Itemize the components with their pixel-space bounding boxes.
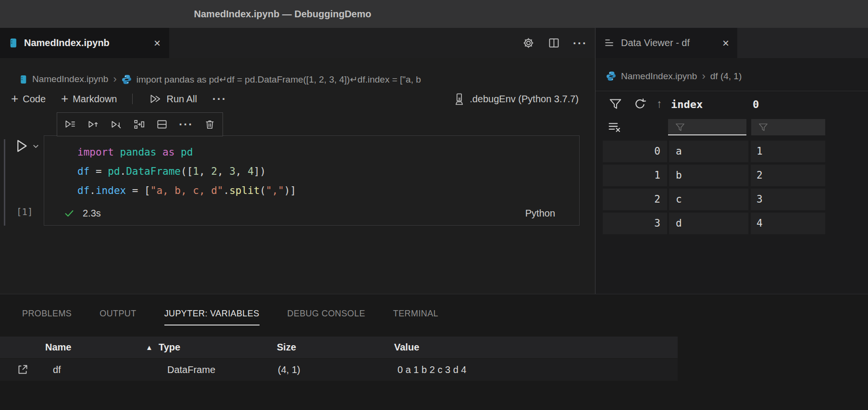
column-header-0[interactable]: 0 <box>753 91 759 118</box>
header-type[interactable]: Type <box>159 337 180 358</box>
chevron-right-icon: › <box>702 70 705 83</box>
filter-input-index[interactable] <box>668 119 746 135</box>
cell-value[interactable]: 2 <box>751 165 825 186</box>
delete-cell-icon[interactable] <box>204 119 216 131</box>
editor-more-icon[interactable]: ··· <box>573 37 587 49</box>
variable-size: (4, 1) <box>278 359 300 381</box>
kernel-picker[interactable]: .debugEnv (Python 3.7.7) <box>454 93 579 105</box>
code-line[interactable]: import pandas as pd <box>77 143 296 162</box>
notebook-toolbar: + Code + Markdown Run All ··· .debugEnv … <box>0 87 595 110</box>
python-icon <box>606 71 616 81</box>
cell-index[interactable]: d <box>669 213 748 234</box>
add-code-button[interactable]: + Code <box>11 93 46 105</box>
title-bar: NamedIndex.ipynb — DebuggingDemo <box>0 0 868 28</box>
cell-status-bar: 2.3s Python <box>44 201 579 225</box>
data-viewer-breadcrumb: NamedIndex.ipynb › df (4, 1) <box>595 61 868 91</box>
tab-label: Data Viewer - df <box>621 37 690 48</box>
cell-index[interactable]: c <box>669 189 748 210</box>
sort-triangle-icon: ▲ <box>146 337 153 358</box>
vscode-window: NamedIndex.ipynb — DebuggingDemo NamedIn… <box>0 0 868 410</box>
chevron-down-icon[interactable] <box>32 142 40 150</box>
tab-namedindex[interactable]: NamedIndex.ipynb × <box>0 28 169 58</box>
clear-filters-icon[interactable] <box>608 121 622 134</box>
row-header[interactable]: 3 <box>603 213 667 234</box>
variable-type: DataFrame <box>167 359 215 381</box>
cell-more-icon[interactable]: ··· <box>179 119 193 130</box>
plus-icon: + <box>11 92 18 105</box>
tab-jupyter-variables[interactable]: JUPYTER: VARIABLES <box>164 309 260 326</box>
header-value[interactable]: Value <box>394 337 419 358</box>
variable-row[interactable]: df DataFrame (4, 1) 0 a 1 b 2 c 3 d 4 <box>0 359 678 381</box>
breadcrumb-file[interactable]: NamedIndex.ipynb <box>621 71 697 82</box>
add-code-label: Code <box>23 94 46 105</box>
vm-kernel-icon <box>454 93 465 105</box>
filter-funnel-icon[interactable] <box>608 97 622 110</box>
play-icon <box>12 137 30 155</box>
cell-index[interactable]: b <box>669 165 748 186</box>
run-above-icon[interactable] <box>87 118 99 131</box>
tab-debug-console[interactable]: DEBUG CONSOLE <box>287 309 365 326</box>
row-header[interactable]: 0 <box>603 141 667 162</box>
header-name[interactable]: Name <box>45 337 71 358</box>
row-header[interactable]: 2 <box>603 189 667 210</box>
cell-focus-bar <box>4 139 5 226</box>
run-section-icon[interactable] <box>133 118 145 131</box>
filter-input-0[interactable] <box>751 119 825 135</box>
cell-value[interactable]: 1 <box>751 141 825 162</box>
run-all-label: Run All <box>166 94 197 105</box>
success-check-icon <box>63 207 75 219</box>
kernel-label: .debugEnv (Python 3.7.7) <box>470 94 579 105</box>
variable-name: df <box>53 359 61 381</box>
header-size[interactable]: Size <box>277 337 296 358</box>
tab-problems[interactable]: PROBLEMS <box>22 309 72 326</box>
variable-value: 0 a 1 b 2 c 3 d 4 <box>397 359 466 381</box>
tab-output[interactable]: OUTPUT <box>99 309 136 326</box>
window-title: NamedIndex.ipynb — DebuggingDemo <box>194 0 372 28</box>
breadcrumb-cell-preview[interactable]: import pandas as pd↵df = pd.DataFrame([1… <box>136 74 421 85</box>
row-header[interactable]: 1 <box>603 165 667 186</box>
split-editor-icon[interactable] <box>547 36 560 49</box>
tab-close-icon[interactable]: × <box>722 37 729 49</box>
breadcrumb-detail: df (4, 1) <box>710 71 742 82</box>
data-viewer-tab-strip: Data Viewer - df × <box>595 28 868 58</box>
add-markdown-button[interactable]: + Markdown <box>61 93 117 105</box>
settings-gear-icon[interactable] <box>522 36 535 49</box>
run-below-icon[interactable] <box>110 118 123 131</box>
notebook-icon <box>9 38 18 48</box>
editor-actions: ··· <box>522 28 587 58</box>
editor-tab-strip: NamedIndex.ipynb × ··· <box>0 28 595 58</box>
data-viewer-panel: Data Viewer - df × NamedIndex.ipynb › df… <box>595 28 868 294</box>
cell-value[interactable]: 4 <box>751 213 825 234</box>
code-editor[interactable]: import pandas as pd df = pd.DataFrame([1… <box>44 136 296 200</box>
data-grid: ↑ index 0 0 a 1 1 b 2 2 <box>603 91 826 240</box>
tab-data-viewer[interactable]: Data Viewer - df × <box>595 28 737 58</box>
code-line[interactable]: df = pd.DataFrame([1, 2, 3, 4]) <box>77 162 296 181</box>
open-in-data-viewer-icon[interactable] <box>16 363 29 376</box>
execution-count: [1] <box>16 206 33 217</box>
run-all-button[interactable]: Run All <box>148 93 197 105</box>
notebook-icon <box>19 75 27 84</box>
refresh-icon[interactable] <box>633 97 646 110</box>
sort-ascending-icon: ↑ <box>657 97 662 110</box>
notebook-more-icon[interactable]: ··· <box>212 93 227 105</box>
tab-terminal[interactable]: TERMINAL <box>393 309 438 326</box>
cell-run-button[interactable] <box>12 137 40 155</box>
toolbar-divider <box>132 94 133 104</box>
code-line[interactable]: df.index = ["a, b, c, d".split(",")] <box>77 181 296 200</box>
code-cell[interactable]: import pandas as pd df = pd.DataFrame([1… <box>44 135 580 226</box>
panel-tab-bar: PROBLEMS OUTPUT JUPYTER: VARIABLES DEBUG… <box>22 309 438 326</box>
cell-language-label[interactable]: Python <box>525 208 555 219</box>
add-markdown-label: Markdown <box>73 94 117 105</box>
run-by-line-icon[interactable] <box>64 118 76 131</box>
list-icon <box>604 38 615 48</box>
python-icon <box>122 74 132 84</box>
run-all-icon <box>148 93 162 105</box>
column-header-index[interactable]: index <box>671 91 703 118</box>
execution-duration: 2.3s <box>83 208 101 219</box>
plus-icon: + <box>61 92 68 105</box>
split-cell-icon[interactable] <box>156 118 168 131</box>
breadcrumb-file[interactable]: NamedIndex.ipynb <box>32 74 108 84</box>
cell-index[interactable]: a <box>669 141 748 162</box>
cell-value[interactable]: 3 <box>751 189 825 210</box>
tab-close-icon[interactable]: × <box>154 37 161 49</box>
